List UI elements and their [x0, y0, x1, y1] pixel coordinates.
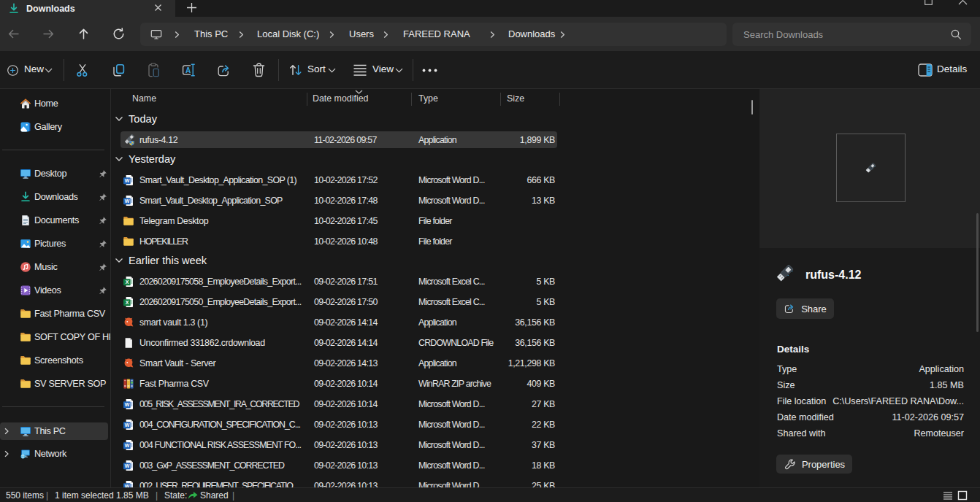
- svg-text:W: W: [125, 198, 130, 204]
- svg-text:W: W: [125, 463, 130, 468]
- svg-text:W: W: [125, 178, 130, 183]
- svg-text:W: W: [125, 443, 130, 448]
- svg-text:W: W: [125, 402, 130, 407]
- svg-text:A: A: [185, 66, 191, 74]
- svg-text:X: X: [126, 279, 129, 285]
- svg-text:W: W: [125, 422, 130, 428]
- svg-text:X: X: [126, 300, 129, 305]
